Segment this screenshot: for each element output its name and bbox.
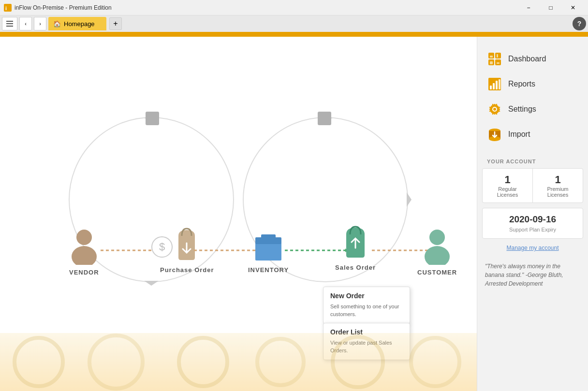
svg-point-27 <box>333 337 383 387</box>
premium-license-label: PremiumLicenses <box>547 186 568 198</box>
svg-point-21 <box>429 230 445 245</box>
bottom-watermark <box>0 333 477 391</box>
close-button[interactable]: ✕ <box>562 0 584 15</box>
svg-rect-40 <box>496 81 498 89</box>
regular-licenses-box: 1 RegularLicenses <box>483 169 533 203</box>
reports-label: Reports <box>508 80 535 88</box>
svg-rect-36 <box>497 62 500 64</box>
svg-point-25 <box>179 338 227 386</box>
settings-label: Settings <box>508 105 536 114</box>
vendor-node[interactable]: VENDOR <box>69 229 99 276</box>
svg-point-12 <box>72 246 97 265</box>
settings-icon <box>487 101 502 117</box>
svg-point-44 <box>493 108 496 111</box>
sales-order-icon <box>338 224 372 260</box>
new-order-tooltip[interactable]: New Order Sell something to one of your … <box>323 287 410 324</box>
svg-rect-38 <box>490 86 492 89</box>
home-icon: 🏠 <box>53 20 61 28</box>
svg-point-28 <box>411 338 459 386</box>
import-label: Import <box>508 130 530 139</box>
minimize-button[interactable]: − <box>517 0 540 15</box>
app-icon: i <box>4 4 12 12</box>
import-icon <box>487 127 502 142</box>
customer-icon <box>423 229 452 265</box>
regular-license-label: RegularLicenses <box>497 186 518 198</box>
expiry-date: 2020-09-16 <box>487 214 578 225</box>
hamburger-icon <box>6 21 13 27</box>
vendor-label: VENDOR <box>69 269 99 276</box>
svg-rect-39 <box>493 83 495 89</box>
expiry-label: Support Plan Expiry <box>487 227 578 232</box>
customer-label: CUSTOMER <box>417 269 457 276</box>
reports-icon <box>487 76 502 92</box>
svg-rect-35 <box>490 61 493 64</box>
svg-rect-4 <box>6 26 13 27</box>
svg-point-22 <box>425 246 450 265</box>
homepage-tab[interactable]: 🏠 Homepage <box>48 17 106 30</box>
hamburger-button[interactable] <box>2 17 17 30</box>
purchase-order-icon <box>171 226 203 262</box>
inventory-label: INVENTORY <box>248 266 289 274</box>
manage-account-link[interactable]: Manage my account <box>482 245 583 251</box>
right-sidebar: Dashboard Reports <box>477 37 588 391</box>
sidebar-item-import[interactable]: Import <box>477 122 588 147</box>
svg-point-24 <box>89 335 143 389</box>
so-label: Sales Order <box>335 264 376 271</box>
svg-marker-10 <box>407 192 412 207</box>
customer-node[interactable]: CUSTOMER <box>417 229 457 276</box>
back-button[interactable]: ‹ <box>19 17 32 30</box>
top-left-box <box>146 112 159 125</box>
maximize-button[interactable]: □ <box>540 0 562 15</box>
svg-rect-34 <box>497 54 498 58</box>
flow-diagram: VENDOR Purchase Order <box>24 66 472 352</box>
tab-label: Homepage <box>64 20 95 28</box>
top-right-box <box>318 112 331 125</box>
regular-license-count: 1 <box>504 174 510 186</box>
help-button[interactable]: ? <box>573 17 586 30</box>
main-content: VENDOR Purchase Order <box>0 37 588 391</box>
po-label: Purchase Order <box>160 266 214 274</box>
title-bar: i inFlow On-Premise - Premium Edition − … <box>0 0 588 15</box>
sidebar-item-reports[interactable]: Reports <box>477 72 588 97</box>
sidebar-item-dashboard[interactable]: Dashboard <box>477 46 588 72</box>
svg-point-26 <box>257 339 304 385</box>
center-area: VENDOR Purchase Order <box>0 37 477 391</box>
support-expiry-box: 2020-09-16 Support Plan Expiry <box>482 208 583 239</box>
window-controls: − □ ✕ <box>517 0 584 15</box>
svg-rect-3 <box>6 23 13 24</box>
svg-point-11 <box>76 230 92 245</box>
add-tab-button[interactable]: + <box>109 17 122 30</box>
flow-container: VENDOR Purchase Order <box>40 98 456 320</box>
vendor-icon <box>70 229 99 265</box>
svg-rect-17 <box>261 234 276 239</box>
account-licenses: 1 RegularLicenses 1 PremiumLicenses <box>482 168 583 203</box>
po-inv-dotted <box>194 248 257 253</box>
svg-point-23 <box>15 338 63 386</box>
your-account-label: YOUR ACCOUNT <box>477 151 588 168</box>
orange-stripe <box>0 33 588 37</box>
svg-text:i: i <box>5 5 7 11</box>
new-order-title: New Order <box>330 292 403 300</box>
tab-bar: ‹ › 🏠 Homepage + ? <box>0 15 588 33</box>
svg-rect-15 <box>255 242 281 261</box>
premium-licenses-box: 1 PremiumLicenses <box>533 169 583 203</box>
dashboard-icon <box>487 51 502 67</box>
inventory-icon <box>251 229 285 262</box>
inventory-node[interactable]: INVENTORY <box>248 229 289 274</box>
new-order-desc: Sell something to one of your customers. <box>330 303 403 319</box>
sidebar-item-settings[interactable]: Settings <box>477 97 588 122</box>
quote-text: "There's always money in the banana stan… <box>477 257 588 293</box>
watermark-svg <box>0 333 477 391</box>
dollar-circle: $ <box>151 236 173 258</box>
svg-marker-7 <box>144 281 159 286</box>
sales-order-node[interactable]: Sales Order <box>335 224 376 271</box>
svg-rect-41 <box>499 79 500 89</box>
window-title: inFlow On-Premise - Premium Edition <box>15 4 112 11</box>
dashboard-label: Dashboard <box>508 55 546 63</box>
svg-rect-33 <box>490 56 493 58</box>
forward-button[interactable]: › <box>34 17 46 30</box>
premium-license-count: 1 <box>555 174 560 186</box>
svg-rect-2 <box>6 21 13 22</box>
